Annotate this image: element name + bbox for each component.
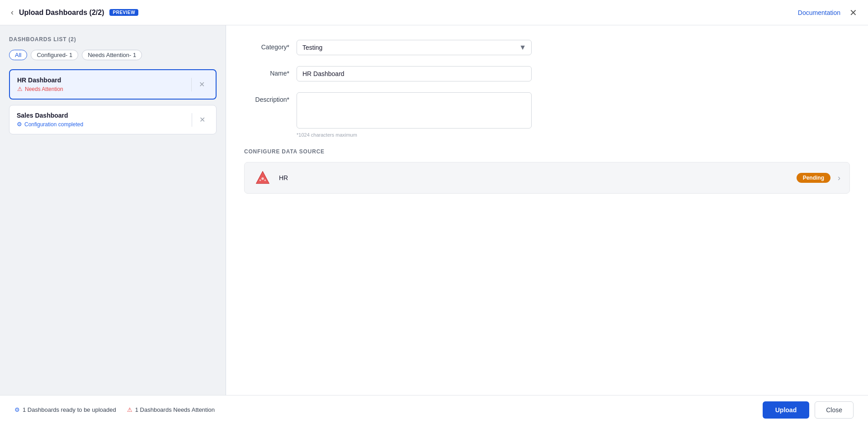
upload-button[interactable]: Upload: [763, 401, 809, 419]
dashboard-item-info-sales: Sales Dashboard ⚙ Configuration complete…: [17, 112, 83, 128]
name-form-group: Name*: [244, 66, 850, 81]
category-form-group: Category* Testing Production Development…: [244, 40, 850, 55]
datasource-row-hr[interactable]: HR Pending ›: [244, 162, 850, 194]
chevron-right-icon: ›: [838, 173, 840, 183]
dashboard-name-sales: Sales Dashboard: [17, 112, 83, 119]
remove-hr-button[interactable]: ✕: [195, 78, 208, 91]
description-textarea[interactable]: [297, 92, 532, 129]
footer-status-attention: ⚠ 1 Dashboards Needs Attention: [127, 406, 215, 413]
description-form-group: Description* *1024 characters maximum: [244, 92, 850, 138]
dashboard-item-hr[interactable]: HR Dashboard ⚠ Needs Attention ✕: [9, 69, 217, 100]
close-button[interactable]: Close: [815, 401, 854, 419]
warning-icon-footer: ⚠: [127, 406, 132, 413]
dashboard-item-sales[interactable]: Sales Dashboard ⚙ Configuration complete…: [9, 105, 217, 134]
category-label: Category*: [244, 40, 289, 51]
svg-point-2: [261, 177, 264, 180]
header-left: ‹ Upload Dashboards (2/2) PREVIEW: [11, 8, 138, 17]
category-select-wrapper: Testing Production Development ▼: [297, 40, 532, 55]
documentation-link[interactable]: Documentation: [798, 9, 840, 16]
dashboard-item-actions-sales: ✕: [188, 113, 209, 127]
configure-datasource-title: CONFIGURE DATA SOURCE: [244, 148, 850, 155]
footer: ⚙ 1 Dashboards ready to be uploaded ⚠ 1 …: [0, 395, 868, 424]
dashboard-status-sales: ⚙ Configuration completed: [17, 121, 83, 128]
back-button[interactable]: ‹: [11, 8, 14, 17]
dashboard-name-hr: HR Dashboard: [17, 76, 63, 84]
svg-point-6: [259, 180, 261, 181]
char-hint: *1024 characters maximum: [297, 132, 532, 138]
datasource-name-hr: HR: [279, 174, 789, 181]
gear-icon-footer: ⚙: [14, 406, 20, 413]
footer-status: ⚙ 1 Dashboards ready to be uploaded ⚠ 1 …: [14, 406, 215, 413]
datasource-icon-hr: [254, 169, 272, 187]
item-divider-sales: [192, 113, 192, 127]
name-input[interactable]: [297, 66, 532, 81]
main-content: DASHBOARDS LIST (2) All Configured- 1 Ne…: [0, 25, 868, 395]
header-right: Documentation ✕: [798, 7, 857, 18]
dashboard-item-actions-hr: ✕: [188, 78, 208, 91]
dashboard-status-hr: ⚠ Needs Attention: [17, 86, 63, 92]
footer-ready-text: 1 Dashboards ready to be uploaded: [23, 406, 116, 413]
footer-actions: Upload Close: [763, 401, 854, 419]
datasource-status-badge: Pending: [797, 173, 830, 183]
dashboard-status-text-hr: Needs Attention: [25, 86, 63, 92]
warning-icon: ⚠: [17, 86, 23, 92]
footer-status-ready: ⚙ 1 Dashboards ready to be uploaded: [14, 406, 116, 413]
name-input-wrapper: [297, 66, 532, 81]
modal-header: ‹ Upload Dashboards (2/2) PREVIEW Docume…: [0, 0, 868, 25]
remove-sales-button[interactable]: ✕: [196, 114, 209, 126]
item-divider: [191, 78, 192, 91]
right-panel: Category* Testing Production Development…: [226, 25, 868, 395]
left-panel: DASHBOARDS LIST (2) All Configured- 1 Ne…: [0, 25, 226, 395]
svg-point-7: [264, 180, 266, 181]
dashboards-list-title: DASHBOARDS LIST (2): [9, 36, 217, 43]
description-input-wrapper: *1024 characters maximum: [297, 92, 532, 138]
filter-configured[interactable]: Configured- 1: [31, 50, 78, 60]
dashboard-status-text-sales: Configuration completed: [24, 121, 83, 128]
filter-needs-attention[interactable]: Needs Attention- 1: [82, 50, 142, 60]
page-title: Upload Dashboards (2/2): [19, 9, 104, 17]
dashboard-item-info-hr: HR Dashboard ⚠ Needs Attention: [17, 76, 63, 92]
preview-badge: PREVIEW: [109, 9, 138, 16]
filter-all[interactable]: All: [9, 50, 27, 60]
footer-attention-text: 1 Dashboards Needs Attention: [135, 406, 215, 413]
filter-bar: All Configured- 1 Needs Attention- 1: [9, 50, 217, 60]
name-label: Name*: [244, 66, 289, 77]
gear-icon-sales: ⚙: [17, 121, 22, 128]
header-close-button[interactable]: ✕: [849, 7, 857, 18]
description-label: Description*: [244, 92, 289, 103]
category-select[interactable]: Testing Production Development: [297, 40, 532, 55]
